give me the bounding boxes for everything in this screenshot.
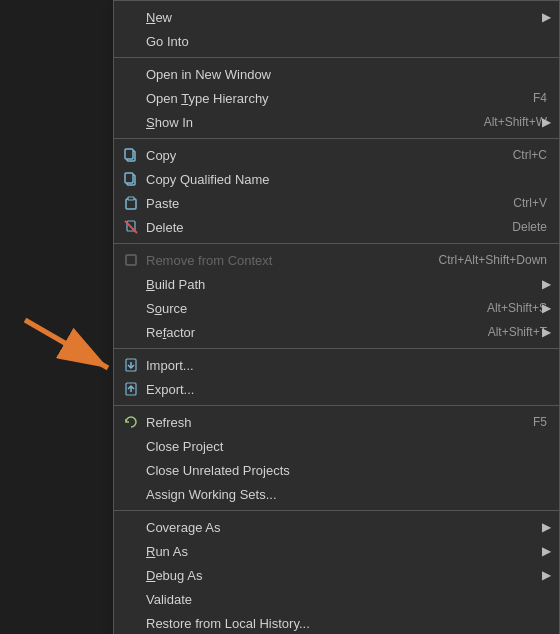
submenu-arrow-icon: ▶ bbox=[542, 10, 551, 24]
menu-item-label: Paste bbox=[146, 196, 493, 211]
menu-item-label: Refresh bbox=[146, 415, 513, 430]
menu-item-label: Coverage As bbox=[146, 520, 547, 535]
menu-item-build-path[interactable]: Build Path▶ bbox=[114, 272, 559, 296]
menu-separator bbox=[114, 405, 559, 406]
menu-item-label: Open in New Window bbox=[146, 67, 547, 82]
svg-line-1 bbox=[25, 320, 108, 368]
menu-item-label: Restore from Local History... bbox=[146, 616, 547, 631]
menu-item-shortcut: Ctrl+C bbox=[513, 148, 547, 162]
menu-item-shortcut: F4 bbox=[533, 91, 547, 105]
submenu-arrow-icon: ▶ bbox=[542, 520, 551, 534]
menu-item-label: Open Type Hierarchy bbox=[146, 91, 513, 106]
menu-item-label: Copy Qualified Name bbox=[146, 172, 547, 187]
menu-item-label: Show In bbox=[146, 115, 464, 130]
menu-separator bbox=[114, 138, 559, 139]
menu-item-go-into[interactable]: Go Into bbox=[114, 29, 559, 53]
menu-item-shortcut: Alt+Shift+W bbox=[484, 115, 547, 129]
menu-item-label: Run As bbox=[146, 544, 547, 559]
menu-item-label: Source bbox=[146, 301, 467, 316]
submenu-arrow-icon: ▶ bbox=[542, 301, 551, 315]
submenu-arrow-icon: ▶ bbox=[542, 568, 551, 582]
remove-icon bbox=[122, 251, 140, 269]
menu-item-copy[interactable]: CopyCtrl+C bbox=[114, 143, 559, 167]
context-menu: New▶Go IntoOpen in New WindowOpen Type H… bbox=[113, 0, 560, 634]
menu-item-label: Validate bbox=[146, 592, 547, 607]
menu-item-run-as[interactable]: Run As▶ bbox=[114, 539, 559, 563]
menu-item-label: Import... bbox=[146, 358, 547, 373]
menu-item-assign-working-sets[interactable]: Assign Working Sets... bbox=[114, 482, 559, 506]
menu-item-new[interactable]: New▶ bbox=[114, 5, 559, 29]
menu-item-label: Build Path bbox=[146, 277, 547, 292]
menu-item-shortcut: F5 bbox=[533, 415, 547, 429]
copy-icon bbox=[122, 146, 140, 164]
menu-item-label: Assign Working Sets... bbox=[146, 487, 547, 502]
menu-item-close-project[interactable]: Close Project bbox=[114, 434, 559, 458]
no-icon bbox=[122, 299, 140, 317]
submenu-arrow-icon: ▶ bbox=[542, 277, 551, 291]
menu-item-remove-from-context: Remove from ContextCtrl+Alt+Shift+Down bbox=[114, 248, 559, 272]
no-icon bbox=[122, 590, 140, 608]
no-icon bbox=[122, 32, 140, 50]
svg-rect-7 bbox=[128, 197, 134, 200]
no-icon bbox=[122, 485, 140, 503]
menu-separator bbox=[114, 243, 559, 244]
svg-rect-10 bbox=[126, 255, 136, 265]
no-icon bbox=[122, 437, 140, 455]
menu-item-open-new-window[interactable]: Open in New Window bbox=[114, 62, 559, 86]
menu-item-label: Close Unrelated Projects bbox=[146, 463, 547, 478]
menu-item-label: Remove from Context bbox=[146, 253, 419, 268]
menu-item-label: Delete bbox=[146, 220, 492, 235]
no-icon bbox=[122, 113, 140, 131]
no-icon bbox=[122, 614, 140, 632]
menu-item-refactor[interactable]: RefactorAlt+Shift+T▶ bbox=[114, 320, 559, 344]
no-icon bbox=[122, 8, 140, 26]
submenu-arrow-icon: ▶ bbox=[542, 325, 551, 339]
export-icon bbox=[122, 380, 140, 398]
submenu-arrow-icon: ▶ bbox=[542, 544, 551, 558]
menu-item-label: Debug As bbox=[146, 568, 547, 583]
menu-item-source[interactable]: SourceAlt+Shift+S▶ bbox=[114, 296, 559, 320]
menu-item-label: Export... bbox=[146, 382, 547, 397]
copy-icon bbox=[122, 170, 140, 188]
svg-rect-5 bbox=[125, 173, 133, 183]
menu-item-shortcut: Alt+Shift+S bbox=[487, 301, 547, 315]
menu-item-shortcut: Ctrl+Alt+Shift+Down bbox=[439, 253, 547, 267]
menu-item-copy-qualified-name[interactable]: Copy Qualified Name bbox=[114, 167, 559, 191]
paste-icon bbox=[122, 194, 140, 212]
menu-separator bbox=[114, 348, 559, 349]
menu-separator bbox=[114, 57, 559, 58]
menu-item-export[interactable]: Export... bbox=[114, 377, 559, 401]
menu-item-coverage-as[interactable]: Coverage As▶ bbox=[114, 515, 559, 539]
menu-item-import[interactable]: Import... bbox=[114, 353, 559, 377]
menu-item-refresh[interactable]: RefreshF5 bbox=[114, 410, 559, 434]
menu-item-shortcut: Ctrl+V bbox=[513, 196, 547, 210]
menu-separator bbox=[114, 510, 559, 511]
no-icon bbox=[122, 323, 140, 341]
menu-item-shortcut: Delete bbox=[512, 220, 547, 234]
submenu-arrow-icon: ▶ bbox=[542, 115, 551, 129]
menu-item-restore-from-local[interactable]: Restore from Local History... bbox=[114, 611, 559, 634]
menu-item-label: New bbox=[146, 10, 547, 25]
menu-item-show-in[interactable]: Show InAlt+Shift+W▶ bbox=[114, 110, 559, 134]
pointer-arrow bbox=[20, 310, 120, 383]
no-icon bbox=[122, 542, 140, 560]
delete-icon bbox=[122, 218, 140, 236]
refresh-icon bbox=[122, 413, 140, 431]
menu-item-open-type-hierarchy[interactable]: Open Type HierarchyF4 bbox=[114, 86, 559, 110]
no-icon bbox=[122, 518, 140, 536]
svg-rect-3 bbox=[125, 149, 133, 159]
import-icon bbox=[122, 356, 140, 374]
no-icon bbox=[122, 89, 140, 107]
menu-item-label: Refactor bbox=[146, 325, 468, 340]
menu-item-debug-as[interactable]: Debug As▶ bbox=[114, 563, 559, 587]
menu-item-shortcut: Alt+Shift+T bbox=[488, 325, 547, 339]
menu-item-validate[interactable]: Validate bbox=[114, 587, 559, 611]
no-icon bbox=[122, 65, 140, 83]
menu-item-paste[interactable]: PasteCtrl+V bbox=[114, 191, 559, 215]
menu-item-label: Copy bbox=[146, 148, 493, 163]
menu-item-close-unrelated[interactable]: Close Unrelated Projects bbox=[114, 458, 559, 482]
no-icon bbox=[122, 275, 140, 293]
menu-item-delete[interactable]: DeleteDelete bbox=[114, 215, 559, 239]
no-icon bbox=[122, 461, 140, 479]
menu-item-label: Close Project bbox=[146, 439, 547, 454]
